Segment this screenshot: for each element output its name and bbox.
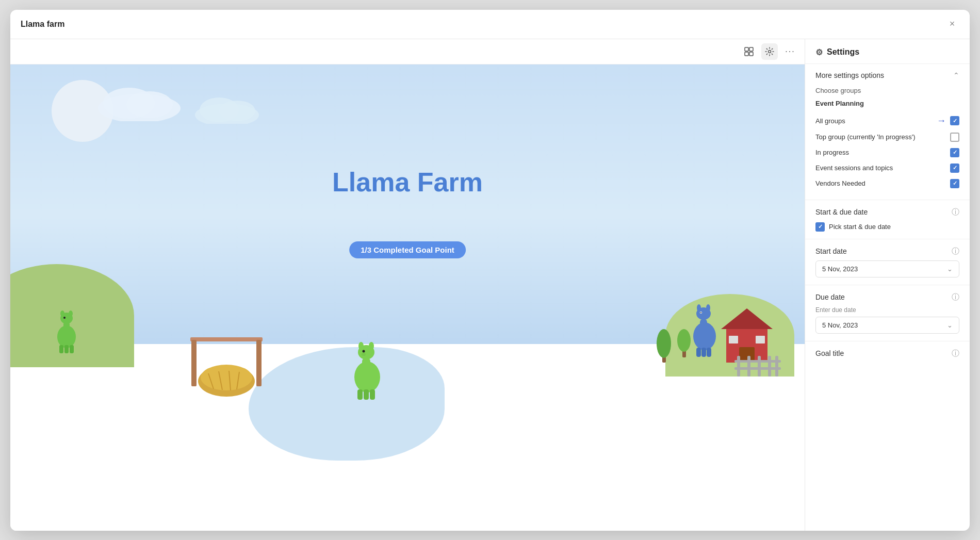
due-date-chevron-icon: ⌄	[947, 321, 953, 329]
arrow-right-icon: →	[937, 116, 946, 126]
svg-rect-2	[745, 52, 748, 56]
svg-point-35	[362, 353, 366, 356]
start-date-section: Start date ⓘ 5 Nov, 2023 ⌄	[805, 239, 970, 285]
llama-green-large	[344, 338, 390, 400]
settings-button[interactable]	[761, 43, 778, 60]
due-date-section: Due date ⓘ Enter due date 5 Nov, 2023 ⌄	[805, 285, 970, 341]
svg-rect-38	[370, 389, 375, 400]
more-options-button[interactable]: ···	[782, 43, 798, 60]
settings-header: ⚙ Settings	[805, 39, 970, 64]
svg-point-15	[69, 310, 73, 317]
svg-rect-37	[364, 389, 369, 400]
svg-rect-18	[64, 345, 69, 353]
svg-rect-30	[362, 357, 370, 374]
close-button[interactable]: ×	[945, 17, 959, 31]
svg-point-43	[706, 304, 710, 312]
svg-rect-1	[749, 47, 753, 51]
svg-point-32	[358, 342, 364, 350]
svg-rect-19	[70, 345, 74, 353]
toolbar: ···	[10, 39, 805, 64]
group-item-event-sessions: Event sessions and topics	[815, 160, 959, 176]
svg-rect-60	[737, 356, 740, 377]
event-sessions-label: Event sessions and topics	[815, 164, 893, 172]
svg-rect-62	[758, 356, 761, 377]
svg-marker-54	[721, 308, 773, 329]
svg-rect-22	[256, 340, 262, 386]
settings-title: Settings	[827, 47, 859, 57]
settings-gear-icon: ⚙	[815, 47, 823, 57]
svg-rect-48	[707, 348, 711, 357]
svg-point-16	[63, 317, 66, 319]
start-date-value: 5 Nov, 2023	[822, 265, 858, 273]
goal-title-section: Goal title ⓘ	[805, 341, 970, 366]
in-progress-label: In progress	[815, 149, 849, 156]
more-settings-section: More settings options ⌃ Choose groups Ev…	[805, 64, 970, 200]
all-groups-checkbox[interactable]	[950, 116, 959, 125]
svg-point-24	[201, 365, 252, 390]
goal-title-label: Goal title	[815, 349, 844, 357]
svg-point-42	[697, 304, 701, 312]
svg-rect-61	[747, 356, 750, 377]
svg-point-10	[219, 101, 255, 121]
more-settings-label: More settings options	[815, 71, 884, 79]
svg-rect-56	[729, 336, 738, 343]
grid-view-button[interactable]	[741, 43, 757, 60]
goal-title-header: Goal title ⓘ	[815, 349, 959, 358]
due-date-dropdown[interactable]: 5 Nov, 2023 ⌄	[815, 317, 959, 334]
choose-groups-label: Choose groups	[815, 87, 959, 94]
group-item-vendors: Vendors Needed	[815, 176, 959, 191]
group-item-top-group: Top group (currently 'In progress')	[815, 129, 959, 145]
goal-title-info-icon[interactable]: ⓘ	[952, 349, 959, 358]
hay-stall	[185, 322, 268, 404]
svg-rect-47	[701, 348, 706, 357]
due-date-label-row: Due date ⓘ	[815, 292, 959, 302]
main-window: Llama farm ×	[10, 10, 970, 531]
svg-point-34	[362, 350, 365, 353]
vendors-label: Vendors Needed	[815, 179, 865, 187]
all-groups-label: All groups	[815, 117, 845, 125]
start-due-date-header: Start & due date ⓘ	[815, 207, 959, 217]
window-title: Llama farm	[21, 20, 64, 29]
chevron-up-icon: ⌃	[953, 71, 959, 79]
pick-date-label: Pick start & due date	[829, 223, 891, 231]
group-item-all-groups: All groups →	[815, 112, 959, 129]
content-area: ···	[10, 39, 970, 531]
event-planning-label: Event Planning	[815, 100, 959, 107]
start-date-dropdown[interactable]: 5 Nov, 2023 ⌄	[815, 260, 959, 277]
vendors-checkbox[interactable]	[950, 179, 959, 188]
svg-point-33	[369, 342, 374, 350]
barn	[721, 306, 773, 363]
cloud-right	[191, 95, 263, 124]
all-groups-right: →	[937, 116, 959, 126]
svg-rect-57	[756, 336, 765, 343]
svg-rect-64	[775, 356, 778, 377]
due-date-info-icon[interactable]: ⓘ	[952, 292, 959, 302]
top-group-checkbox[interactable]	[950, 133, 959, 142]
svg-point-50	[657, 329, 671, 358]
goal-badge[interactable]: 1/3 Completed Goal Point	[349, 241, 466, 258]
start-date-label-row: Start date ⓘ	[815, 247, 959, 256]
event-sessions-checkbox[interactable]	[950, 163, 959, 173]
start-date-info-icon[interactable]: ⓘ	[952, 247, 959, 256]
cloud-left	[93, 85, 186, 121]
start-due-date-section: Start & due date ⓘ Pick start & due date	[805, 200, 970, 239]
pick-date-checkbox[interactable]	[815, 222, 825, 232]
svg-point-4	[769, 50, 771, 53]
svg-point-14	[60, 310, 64, 317]
settings-body: Choose groups Event Planning All groups …	[805, 87, 970, 200]
start-date-label: Start date	[815, 247, 847, 255]
due-date-value: 5 Nov, 2023	[822, 321, 858, 329]
svg-rect-21	[191, 340, 197, 386]
svg-point-52	[677, 329, 691, 352]
due-date-label: Due date	[815, 293, 845, 301]
svg-rect-36	[357, 389, 363, 400]
more-settings-header[interactable]: More settings options ⌃	[805, 64, 970, 87]
svg-rect-3	[749, 52, 753, 56]
start-due-date-info-icon[interactable]: ⓘ	[952, 207, 959, 217]
svg-rect-0	[745, 47, 748, 51]
in-progress-checkbox[interactable]	[950, 148, 959, 157]
svg-rect-63	[768, 356, 771, 377]
group-item-in-progress: In progress	[815, 145, 959, 160]
start-due-date-label: Start & due date	[815, 208, 868, 216]
illustration-area: Llama Farm 1/3 Completed Goal Point	[10, 64, 805, 531]
